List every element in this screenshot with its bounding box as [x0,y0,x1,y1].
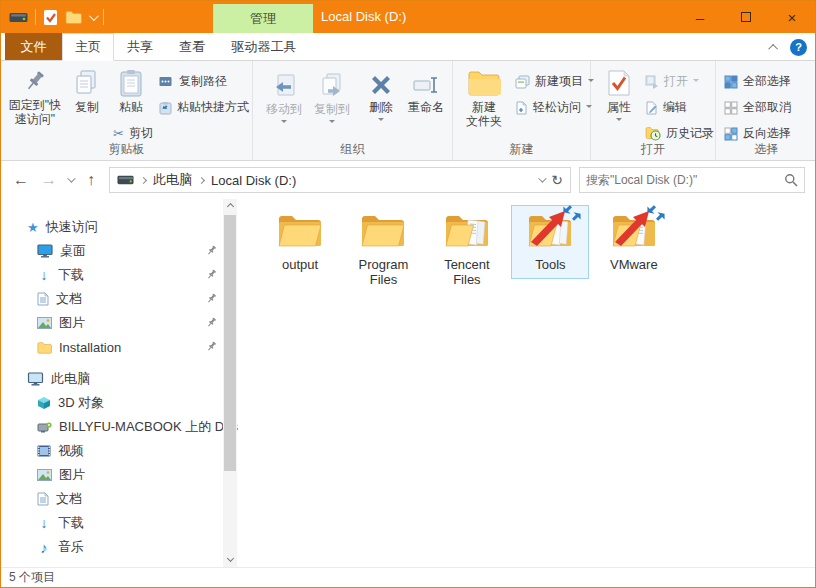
edit-button[interactable]: 编辑 [645,99,687,116]
sidebar-item-downloads-pc[interactable]: ↓ 下载 [1,511,239,535]
copy-path-label: 复制路径 [179,73,227,90]
sidebar-label: BILLYFU-MACBOOK 上的 Des [59,418,238,436]
breadcrumb-chevron-icon[interactable] [198,176,205,183]
new-folder-quick-icon[interactable] [65,10,82,24]
open-label: 打开 [664,73,688,90]
recent-locations-icon[interactable] [67,174,75,182]
sidebar-item-installation[interactable]: Installation [1,335,239,359]
folder-tile-tools[interactable]: Tools [511,205,589,279]
sidebar-item-network-desktop[interactable]: BILLYFU-MACBOOK 上的 Des [1,415,239,439]
scroll-up-icon[interactable] [223,199,237,214]
sidebar-item-quick-access[interactable]: ★ 快速访问 [1,215,239,239]
sidebar-label: 图片 [59,314,85,332]
copy-to-caret-icon [329,120,335,126]
folder-tile-program-files[interactable]: Program Files [344,205,422,294]
history-button[interactable]: 历史记录 [645,125,714,142]
red-annotation-arrow [610,208,652,250]
search-input[interactable] [586,173,784,187]
paste-shortcut-label: 粘贴快捷方式 [177,99,249,116]
invert-selection-label: 反向选择 [743,125,791,142]
copy-to-icon [319,73,345,99]
item-count: 5 个项目 [9,569,55,586]
folder-tile-tencent-files[interactable]: Tencent Files [428,205,506,294]
tab-share[interactable]: 共享 [114,33,166,60]
sidebar-item-desktop[interactable]: 桌面 [1,239,239,263]
select-none-button[interactable]: 全部取消 [724,99,791,116]
copy-to-button[interactable]: 复制到 [309,73,355,126]
up-button[interactable]: ↑ [81,171,101,189]
qat-dropdown-icon[interactable] [89,11,99,21]
pin-icon [206,245,217,256]
sidebar-label: 视频 [58,442,84,460]
sidebar-item-this-pc[interactable]: 此电脑 [1,367,239,391]
refresh-icon[interactable]: ↻ [551,172,563,188]
new-item-icon [515,75,530,89]
sidebar-item-music[interactable]: ♪ 音乐 [1,535,239,559]
download-icon: ↓ [37,267,51,283]
easy-access-button[interactable]: 轻松访问 [515,99,592,116]
sidebar-label: 3D 对象 [58,394,104,412]
sidebar-item-documents[interactable]: 文档 [1,287,239,311]
folder-tile-output[interactable]: output [261,205,339,279]
delete-button[interactable]: 删除 [361,73,401,124]
new-item-button[interactable]: 新建项目 [515,73,594,90]
breadcrumb-chevron-icon[interactable] [140,176,147,183]
edit-icon [645,101,658,115]
folder-tile-vmware[interactable]: VMware [595,205,673,279]
forward-button[interactable]: → [39,171,59,189]
address-bar[interactable]: 此电脑 Local Disk (D:) ↻ [109,167,571,193]
select-all-button[interactable]: 全部选择 [724,73,791,90]
copy-path-button[interactable]: 复制路径 [159,73,227,90]
tab-file[interactable]: 文件 [5,33,62,60]
close-button[interactable]: × [769,1,815,33]
sidebar-item-pictures[interactable]: 图片 [1,311,239,335]
breadcrumb-this-pc[interactable]: 此电脑 [153,171,192,189]
sidebar-scrollbar[interactable] [223,199,237,567]
status-bar: 5 个项目 [1,567,815,587]
sidebar-item-3d-objects[interactable]: 3D 对象 [1,391,239,415]
breadcrumb-current[interactable]: Local Disk (D:) [211,173,296,188]
scroll-down-icon[interactable] [223,552,237,567]
back-button[interactable]: ← [11,171,31,189]
paste-button[interactable]: 粘贴 [111,69,151,114]
separator [103,9,104,25]
paste-shortcut-button[interactable]: 粘贴快捷方式 [159,99,249,116]
tab-manage[interactable]: 管理 [213,4,313,33]
open-button[interactable]: 打开 [645,73,699,90]
properties-quick-icon[interactable] [43,9,58,26]
pin-icon [23,69,47,95]
invert-selection-button[interactable]: 反向选择 [724,125,791,142]
sidebar-label: Installation [59,340,121,355]
ribbon-group-organize: 移动到 复制到 删除 重命名 组织 [253,61,453,161]
pin-icon [206,317,217,328]
new-folder-button[interactable]: 新建 文件夹 [459,69,509,128]
move-to-label: 移动到 [266,102,302,116]
tab-drive-tools[interactable]: 驱动器工具 [218,33,310,60]
sidebar-item-documents-pc[interactable]: 文档 [1,487,239,511]
collapse-ribbon-icon[interactable] [768,43,778,53]
pin-to-quick-access-button[interactable]: 固定到"快 速访问" [7,69,63,126]
folder-icon [443,210,491,250]
sidebar-item-pictures-pc[interactable]: 图片 [1,463,239,487]
cut-button[interactable]: ✂ 剪切 [113,125,153,142]
copy-button[interactable]: 复制 [67,69,107,114]
window-controls: – × [677,1,815,33]
tab-home[interactable]: 主页 [62,33,114,61]
rename-button[interactable]: 重命名 [403,73,449,114]
properties-button[interactable]: 属性 [599,69,639,124]
search-box[interactable] [579,167,805,193]
address-dropdown-icon[interactable] [538,174,546,182]
help-icon[interactable]: ? [790,39,807,56]
network-computer-icon [37,421,52,434]
picture-icon [37,317,52,329]
move-to-button[interactable]: 移动到 [261,73,307,126]
easy-access-label: 轻松访问 [533,99,581,116]
ribbon-tab-row: 文件 主页 共享 查看 驱动器工具 ? [1,33,815,61]
maximize-button[interactable] [723,1,769,33]
search-icon[interactable] [784,173,798,187]
tab-view[interactable]: 查看 [166,33,218,60]
scrollbar-thumb[interactable] [224,215,236,471]
sidebar-item-downloads[interactable]: ↓ 下载 [1,263,239,287]
minimize-button[interactable]: – [677,1,723,33]
sidebar-item-videos[interactable]: 视频 [1,439,239,463]
